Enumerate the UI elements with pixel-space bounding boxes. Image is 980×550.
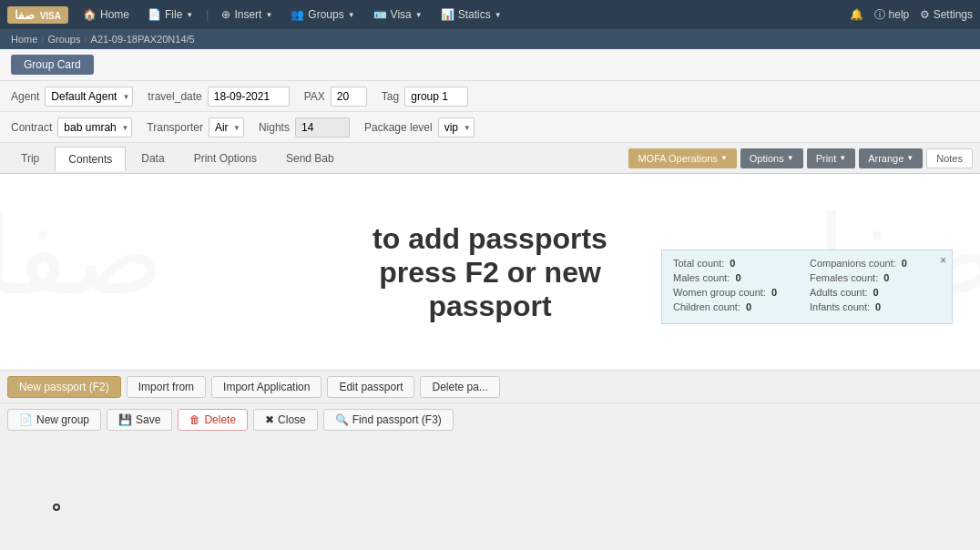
pax-input[interactable] xyxy=(331,87,367,107)
instruction-line2: press F2 or new xyxy=(373,255,607,289)
tab-send-bab[interactable]: Send Bab xyxy=(272,146,348,170)
app-logo: صفا VISA xyxy=(7,6,68,24)
tab-contents[interactable]: Contents xyxy=(55,147,126,171)
travel-date-field-group: travel_date xyxy=(148,87,289,107)
print-button[interactable]: Print▼ xyxy=(807,148,856,168)
bottom-buttons-row-2: 📄 New group 💾 Save 🗑 Delete ✖ Close 🔍 Fi… xyxy=(0,402,980,435)
nav-groups[interactable]: 👥 Groups ▼ xyxy=(283,5,362,25)
instruction-text: to add passports press F2 or new passpor… xyxy=(373,221,607,322)
package-level-label: Package level xyxy=(364,121,433,134)
tab-print-options[interactable]: Print Options xyxy=(180,146,271,170)
stats-row-2: Males count: 0 Females count: 0 xyxy=(673,272,941,283)
nav-insert[interactable]: ⊕ Insert ▼ xyxy=(214,5,280,25)
contract-label: Contract xyxy=(11,121,52,134)
travel-date-input[interactable] xyxy=(208,87,290,107)
nav-statics[interactable]: 📊 Statics ▼ xyxy=(434,5,509,25)
breadcrumb-sep-1: / xyxy=(41,34,44,45)
notes-button[interactable]: Notes xyxy=(926,148,973,168)
group-card-button[interactable]: Group Card xyxy=(11,55,94,75)
delete-icon: 🗑 xyxy=(189,413,200,426)
total-count-stat: Total count: 0 xyxy=(673,258,791,269)
form-row-2: Contract bab umrah Transporter Air Night… xyxy=(0,112,980,143)
import-application-button[interactable]: Import Application xyxy=(211,376,322,398)
save-icon: 💾 xyxy=(118,413,132,426)
import-from-button[interactable]: Import from xyxy=(127,376,206,398)
tag-input[interactable] xyxy=(404,87,468,107)
package-level-select[interactable]: vip xyxy=(438,117,475,138)
nights-input[interactable] xyxy=(295,117,350,138)
infants-count-stat: Infants count: 0 xyxy=(810,301,928,312)
males-count-value: 0 xyxy=(735,272,740,283)
nav-right: 🔔 ⓘ help ⚙ Settings xyxy=(850,7,973,23)
adults-count-stat: Adults count: 0 xyxy=(810,287,928,298)
tab-actions: MOFA Operations▼ Options▼ Print▼ Arrange… xyxy=(628,148,973,168)
women-group-count-label: Women group count: xyxy=(673,287,766,298)
delete-button[interactable]: 🗑 Delete xyxy=(178,409,248,431)
cursor-indicator xyxy=(53,504,60,511)
breadcrumb-record: A21-09-18PAX20N14/5 xyxy=(91,34,195,45)
adults-count-label: Adults count: xyxy=(810,287,868,298)
transporter-select[interactable]: Air xyxy=(209,117,244,138)
stats-row-4: Children count: 0 Infants count: 0 xyxy=(673,301,941,312)
stats-row-1: Total count: 0 Companions count: 0 xyxy=(673,258,941,269)
nav-home[interactable]: 🏠 Home xyxy=(76,5,137,25)
agent-select[interactable]: Default Agent xyxy=(45,87,133,107)
women-group-count-stat: Women group count: 0 xyxy=(673,287,791,298)
contract-field-group: Contract bab umrah xyxy=(11,117,132,138)
companions-count-label: Companions count: xyxy=(810,258,896,269)
new-passport-button[interactable]: New passport (F2) xyxy=(7,376,121,398)
transporter-label: Transporter xyxy=(147,121,203,134)
instruction-line3: passport xyxy=(373,289,607,322)
total-count-label: Total count: xyxy=(673,258,724,269)
tag-field-group: Tag xyxy=(382,87,468,107)
breadcrumb-groups[interactable]: Groups xyxy=(47,34,80,45)
pax-label: PAX xyxy=(304,90,325,103)
stats-panel: × Total count: 0 Companions count: 0 Mal… xyxy=(661,250,953,324)
top-nav: صفا VISA 🏠 Home 📄 File ▼ | ⊕ Insert ▼ 👥 … xyxy=(0,0,980,29)
infants-count-label: Infants count: xyxy=(810,301,870,312)
bottom-buttons-row-1: New passport (F2) Import from Import App… xyxy=(0,370,980,402)
new-group-button[interactable]: 📄 New group xyxy=(7,409,101,431)
contract-select[interactable]: bab umrah xyxy=(57,117,132,138)
close-button[interactable]: ✖ Close xyxy=(253,409,318,431)
males-count-stat: Males count: 0 xyxy=(673,272,791,283)
settings-link[interactable]: ⚙ Settings xyxy=(920,8,973,21)
search-icon: 🔍 xyxy=(335,413,349,426)
options-button[interactable]: Options▼ xyxy=(740,148,803,168)
children-count-value: 0 xyxy=(746,301,751,312)
arrange-button[interactable]: Arrange▼ xyxy=(859,148,923,168)
mofa-operations-button[interactable]: MOFA Operations▼ xyxy=(628,148,736,168)
transporter-select-wrapper: Air xyxy=(209,117,244,138)
companions-count-stat: Companions count: 0 xyxy=(810,258,928,269)
nav-file[interactable]: 📄 File ▼ xyxy=(140,5,200,25)
group-card-header: Group Card xyxy=(0,49,980,81)
pax-field-group: PAX xyxy=(304,87,367,107)
males-count-label: Males count: xyxy=(673,272,730,283)
infants-count-value: 0 xyxy=(875,301,881,312)
notification-icon[interactable]: 🔔 xyxy=(850,8,863,21)
females-count-value: 0 xyxy=(883,272,889,283)
nav-sep-1: | xyxy=(206,8,209,21)
delete-passport-button[interactable]: Delete pa... xyxy=(420,376,499,398)
find-passport-button[interactable]: 🔍 Find passport (F3) xyxy=(323,409,454,431)
adults-count-value: 0 xyxy=(873,287,879,298)
breadcrumb-home[interactable]: Home xyxy=(11,34,37,45)
females-count-label: Females count: xyxy=(810,272,878,283)
agent-select-wrapper: Default Agent xyxy=(45,87,133,107)
women-group-count-value: 0 xyxy=(771,287,777,298)
nav-visa[interactable]: 🪪 Visa ▼ xyxy=(366,5,430,25)
help-link[interactable]: ⓘ help xyxy=(874,7,909,23)
breadcrumb: Home / Groups / A21-09-18PAX20N14/5 xyxy=(0,29,980,49)
edit-passport-button[interactable]: Edit passport xyxy=(327,376,414,398)
tab-data[interactable]: Data xyxy=(128,146,178,170)
tab-trip[interactable]: Trip xyxy=(7,146,53,170)
stats-close-button[interactable]: × xyxy=(940,254,946,267)
nights-field-group: Nights xyxy=(259,117,350,138)
package-level-field-group: Package level vip xyxy=(364,117,475,138)
females-count-stat: Females count: 0 xyxy=(810,272,928,283)
transporter-field-group: Transporter Air xyxy=(147,117,244,138)
travel-date-label: travel_date xyxy=(148,90,201,103)
agent-field-group: Agent Default Agent xyxy=(11,87,133,107)
save-button[interactable]: 💾 Save xyxy=(107,409,172,431)
instruction-line1: to add passports xyxy=(373,221,607,255)
